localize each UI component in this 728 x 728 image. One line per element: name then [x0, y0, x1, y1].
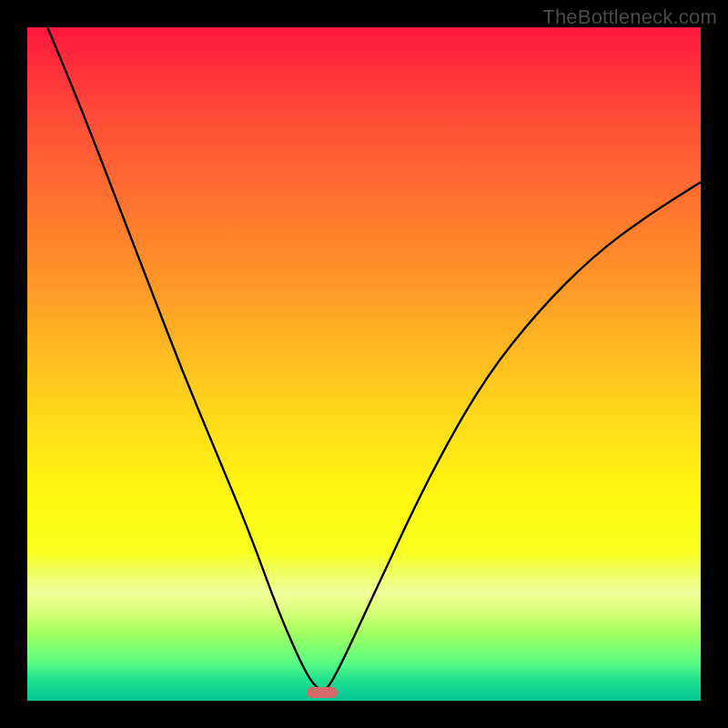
bottleneck-curve [27, 27, 701, 701]
optimal-marker [307, 687, 338, 698]
plot-frame [27, 27, 701, 701]
watermark-text: TheBottleneck.com [542, 5, 717, 29]
